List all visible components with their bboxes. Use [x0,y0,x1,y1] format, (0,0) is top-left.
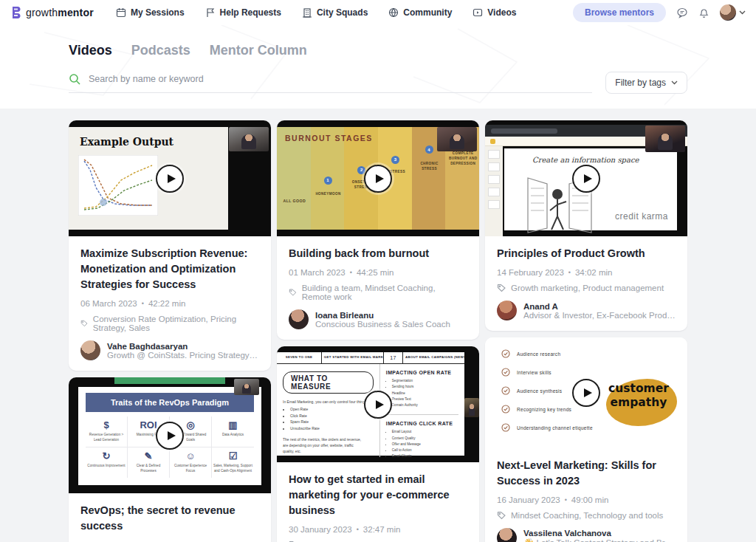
pencil-icon: ✎ [129,450,168,462]
filter-label: Filter by tags [615,78,666,88]
presenter-webcam [229,127,269,151]
presenter-webcam [464,398,479,417]
dollar-icon: $ [87,419,126,431]
video-card[interactable]: BURNOUT STAGES ALL GOOD 1 HONEYMOON 2 ON… [277,120,479,340]
search-input[interactable] [89,74,592,84]
video-title: How to get started in email marketing fo… [289,472,467,518]
slide-title: Traits of the RevOps Paradigm [86,393,254,412]
tab-podcasts[interactable]: Podcasts [131,43,190,58]
improvement-icon: ↻ [87,450,126,462]
slide-title: WHAT TO MEASURE [283,371,374,394]
logo-text: growthmentor [26,7,94,18]
play-button[interactable] [572,379,600,407]
tags-text: Conversion Rate Optimization, Pricing St… [93,315,259,332]
content-tabs: Videos Podcasts Mentor Column [69,43,687,58]
video-card[interactable]: Traits of the RevOps Paradigm $Revenue G… [69,377,271,542]
chat-button[interactable] [676,7,688,18]
separator: • [142,300,144,307]
nav-help-requests[interactable]: Help Requests [205,7,281,18]
video-thumbnail: Create an information space credit karma [485,120,687,236]
notifications-button[interactable] [698,7,709,18]
chat-icon [676,7,688,18]
author-row[interactable]: Anand A Advisor & Investor, Ex-Facebook … [497,301,676,320]
flag-icon [205,7,216,18]
video-meta: 06 March 2023 • 42:22 min [80,299,259,308]
chevron-down-icon [739,10,746,15]
nav-my-sessions[interactable]: My Sessions [116,7,185,18]
main-nav: My Sessions Help Requests City Squads Co… [116,7,517,18]
filter-by-tags-dropdown[interactable]: Filter by tags [605,72,687,94]
page-header: Videos Podcasts Mentor Column Filter by … [0,25,756,109]
video-date: 01 March 2023 [289,268,346,277]
nav-label: Community [403,7,452,18]
user-menu[interactable] [720,4,746,21]
nav-community[interactable]: Community [388,7,452,18]
video-tags: Building a team, Mindset Coaching, Remot… [289,284,467,301]
tag-icon [289,288,297,297]
slide-title: Example Output [80,136,173,148]
video-meta: 16 January 2023 • 49:00 min [497,495,676,504]
video-card[interactable]: Create an information space credit karma… [485,120,687,331]
separator: • [357,526,359,533]
play-button[interactable] [364,165,392,193]
card-body: Maximize Subscription Revenue: Monetizat… [69,236,271,371]
nav-right-cluster: Browse mentors [573,3,746,22]
video-meta: 14 February 2023 • 34:02 min [497,268,676,277]
video-thumbnail: Audience research Interview skills Audie… [485,337,687,448]
presenter-webcam [234,379,259,395]
play-square-icon [472,7,483,18]
card-body: Next-Level Marketing: Skills for Success… [485,448,687,542]
globe-icon [388,7,399,18]
video-card[interactable]: Audience research Interview skills Audie… [485,337,687,542]
tags-text: Building a team, Mindset Coaching, Remot… [302,284,467,301]
tab-mentor-column[interactable]: Mentor Column [210,43,307,58]
slide-header: SEVEN TO ONE GET STARTED WITH EMAIL MARK… [277,352,464,364]
nav-label: My Sessions [131,7,185,18]
video-meta: 30 January 2023 • 32:47 min [289,525,467,534]
blob-text: customer empathy [596,382,681,411]
grid-column-1: Example Output Maximize Subscription Rev… [69,120,271,542]
play-button[interactable] [156,165,184,193]
check-circle-icon [501,368,510,377]
video-thumbnail: Traits of the RevOps Paradigm $Revenue G… [69,377,271,493]
video-card[interactable]: Example Output Maximize Subscription Rev… [69,120,271,371]
nav-label: Help Requests [220,7,281,18]
presenter-webcam [645,126,685,152]
author-row[interactable]: Ioana Birleanu Conscious Business & Sale… [289,309,467,329]
slide: Example Output [69,127,228,230]
video-date: 16 January 2023 [497,495,560,504]
tags-text: Mindset Coaching, Technology and tools [511,511,663,520]
meeting-toolbar [114,377,225,384]
tab-videos[interactable]: Videos [69,43,112,58]
video-date: 30 January 2023 [289,525,352,534]
slide-rail [485,146,503,236]
video-card[interactable]: SEVEN TO ONE GET STARTED WITH EMAIL MARK… [277,346,479,542]
video-title: Maximize Subscription Revenue: Monetizat… [80,246,259,292]
author-row[interactable]: Vahe Baghdasaryan Growth @ CoinStats. Pr… [80,340,259,360]
author-row[interactable]: Vassilena Valchanova 👋 Let's Talk Conten… [497,528,676,542]
video-thumbnail: BURNOUT STAGES ALL GOOD 1 HONEYMOON 2 ON… [277,120,479,236]
play-button[interactable] [156,422,184,450]
growthmentor-logo[interactable]: growthmentor [10,6,94,19]
video-tags: Conversion Rate Optimization, Pricing St… [80,315,259,332]
video-thumbnail: Example Output [69,120,271,236]
author-avatar [80,340,100,360]
video-tags: Growth marketing, Product management [497,284,676,292]
chevron-down-icon [671,80,678,85]
building-icon [302,7,312,18]
slide-chart [78,155,158,216]
search-icon [69,73,81,86]
play-button[interactable] [572,165,600,193]
card-body: Building back from burnout 01 March 2023… [277,236,479,340]
author-name: Vassilena Valchanova [523,529,676,538]
nav-videos[interactable]: Videos [472,7,516,18]
play-button[interactable] [364,391,392,419]
logo-icon [10,6,21,19]
tags-text: Growth marketing, Product management [511,284,664,292]
tag-icon [80,319,88,328]
nav-city-squads[interactable]: City Squads [302,7,368,18]
browse-mentors-button[interactable]: Browse mentors [573,3,666,22]
separator: • [350,269,352,276]
video-tags: Mindset Coaching, Technology and tools [497,511,676,520]
video-date: 14 February 2023 [497,268,564,277]
